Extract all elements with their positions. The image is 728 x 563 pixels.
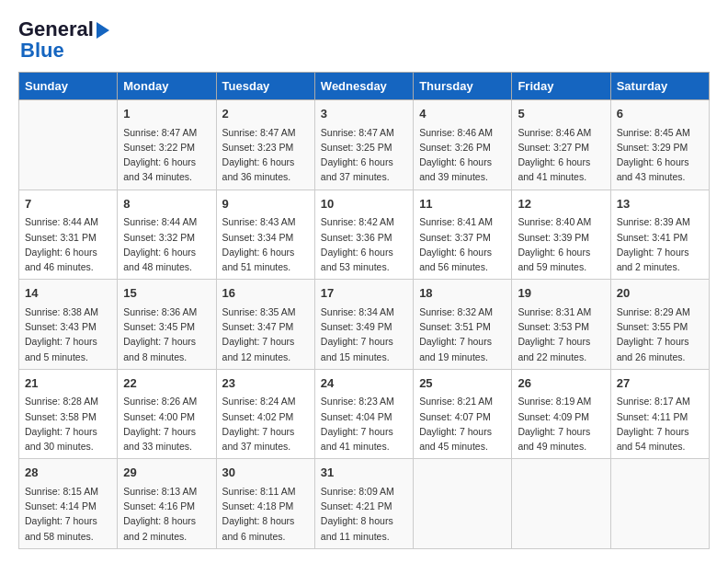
calendar-cell: 27Sunrise: 8:17 AM Sunset: 4:11 PM Dayli…	[610, 369, 709, 459]
week-row-1: 1Sunrise: 8:47 AM Sunset: 3:22 PM Daylig…	[19, 100, 710, 190]
week-row-4: 21Sunrise: 8:28 AM Sunset: 3:58 PM Dayli…	[19, 369, 710, 459]
day-number: 13	[617, 195, 703, 213]
day-info: Sunrise: 8:38 AM Sunset: 3:43 PM Dayligh…	[25, 304, 111, 364]
day-number: 19	[518, 284, 604, 303]
calendar-cell: 16Sunrise: 8:35 AM Sunset: 3:47 PM Dayli…	[216, 280, 314, 370]
day-number: 3	[321, 105, 407, 123]
day-info: Sunrise: 8:28 AM Sunset: 3:58 PM Dayligh…	[25, 394, 111, 454]
day-info: Sunrise: 8:39 AM Sunset: 3:41 PM Dayligh…	[617, 214, 703, 274]
day-number: 8	[123, 195, 210, 213]
day-number: 18	[419, 284, 506, 303]
week-row-2: 7Sunrise: 8:44 AM Sunset: 3:31 PM Daylig…	[19, 190, 710, 280]
calendar-cell: 10Sunrise: 8:42 AM Sunset: 3:36 PM Dayli…	[314, 190, 413, 280]
calendar-body: 1Sunrise: 8:47 AM Sunset: 3:22 PM Daylig…	[19, 100, 710, 549]
day-number: 23	[222, 374, 309, 393]
calendar-cell: 19Sunrise: 8:31 AM Sunset: 3:53 PM Dayli…	[512, 280, 610, 370]
day-number: 6	[617, 105, 703, 123]
dow-sunday: Sunday	[19, 73, 118, 100]
calendar-cell: 18Sunrise: 8:32 AM Sunset: 3:51 PM Dayli…	[414, 280, 512, 370]
day-number: 16	[222, 284, 309, 303]
calendar-cell: 30Sunrise: 8:11 AM Sunset: 4:18 PM Dayli…	[216, 459, 314, 549]
dow-tuesday: Tuesday	[216, 73, 314, 100]
calendar-cell: 15Sunrise: 8:36 AM Sunset: 3:45 PM Dayli…	[118, 280, 216, 370]
day-info: Sunrise: 8:21 AM Sunset: 4:07 PM Dayligh…	[419, 394, 506, 454]
day-info: Sunrise: 8:47 AM Sunset: 3:23 PM Dayligh…	[222, 125, 309, 185]
logo: General Blue	[18, 18, 109, 63]
day-info: Sunrise: 8:44 AM Sunset: 3:31 PM Dayligh…	[25, 214, 111, 274]
calendar-cell: 13Sunrise: 8:39 AM Sunset: 3:41 PM Dayli…	[610, 190, 709, 280]
day-info: Sunrise: 8:32 AM Sunset: 3:51 PM Dayligh…	[419, 304, 506, 364]
day-info: Sunrise: 8:23 AM Sunset: 4:04 PM Dayligh…	[321, 394, 407, 454]
day-number: 25	[419, 374, 506, 393]
calendar-cell: 14Sunrise: 8:38 AM Sunset: 3:43 PM Dayli…	[19, 280, 118, 370]
day-number: 24	[321, 374, 407, 393]
day-number: 4	[419, 105, 506, 123]
calendar-table: SundayMondayTuesdayWednesdayThursdayFrid…	[18, 72, 710, 549]
calendar-cell	[610, 459, 709, 549]
dow-saturday: Saturday	[610, 73, 709, 100]
calendar-cell: 12Sunrise: 8:40 AM Sunset: 3:39 PM Dayli…	[512, 190, 610, 280]
day-number: 5	[518, 105, 604, 123]
day-info: Sunrise: 8:47 AM Sunset: 3:25 PM Dayligh…	[321, 125, 407, 185]
calendar-cell: 24Sunrise: 8:23 AM Sunset: 4:04 PM Dayli…	[314, 369, 413, 459]
calendar-cell: 2Sunrise: 8:47 AM Sunset: 3:23 PM Daylig…	[216, 100, 314, 190]
day-number: 10	[321, 195, 407, 213]
day-number: 12	[518, 195, 604, 213]
calendar-cell: 31Sunrise: 8:09 AM Sunset: 4:21 PM Dayli…	[314, 459, 413, 549]
calendar-cell: 5Sunrise: 8:46 AM Sunset: 3:27 PM Daylig…	[512, 100, 610, 190]
logo-blue-text: Blue	[18, 39, 64, 63]
day-info: Sunrise: 8:46 AM Sunset: 3:27 PM Dayligh…	[518, 125, 604, 185]
day-number: 31	[321, 464, 407, 482]
day-info: Sunrise: 8:11 AM Sunset: 4:18 PM Dayligh…	[222, 484, 309, 544]
logo-arrow-icon	[97, 22, 109, 39]
week-row-3: 14Sunrise: 8:38 AM Sunset: 3:43 PM Dayli…	[19, 280, 710, 370]
day-info: Sunrise: 8:42 AM Sunset: 3:36 PM Dayligh…	[321, 214, 407, 274]
day-info: Sunrise: 8:35 AM Sunset: 3:47 PM Dayligh…	[222, 304, 309, 364]
day-number: 2	[222, 105, 309, 123]
calendar-cell: 28Sunrise: 8:15 AM Sunset: 4:14 PM Dayli…	[19, 459, 118, 549]
day-info: Sunrise: 8:26 AM Sunset: 4:00 PM Dayligh…	[123, 394, 210, 454]
calendar-cell: 11Sunrise: 8:41 AM Sunset: 3:37 PM Dayli…	[414, 190, 512, 280]
calendar-cell: 17Sunrise: 8:34 AM Sunset: 3:49 PM Dayli…	[314, 280, 413, 370]
dow-friday: Friday	[512, 73, 610, 100]
days-of-week-header: SundayMondayTuesdayWednesdayThursdayFrid…	[19, 73, 710, 100]
calendar-cell: 7Sunrise: 8:44 AM Sunset: 3:31 PM Daylig…	[19, 190, 118, 280]
calendar-cell: 23Sunrise: 8:24 AM Sunset: 4:02 PM Dayli…	[216, 369, 314, 459]
day-info: Sunrise: 8:40 AM Sunset: 3:39 PM Dayligh…	[518, 214, 604, 274]
day-info: Sunrise: 8:43 AM Sunset: 3:34 PM Dayligh…	[222, 214, 309, 274]
day-info: Sunrise: 8:45 AM Sunset: 3:29 PM Dayligh…	[617, 125, 703, 185]
day-info: Sunrise: 8:13 AM Sunset: 4:16 PM Dayligh…	[123, 484, 210, 544]
calendar-cell: 8Sunrise: 8:44 AM Sunset: 3:32 PM Daylig…	[118, 190, 216, 280]
day-number: 17	[321, 284, 407, 303]
day-number: 15	[123, 284, 210, 303]
calendar-cell: 9Sunrise: 8:43 AM Sunset: 3:34 PM Daylig…	[216, 190, 314, 280]
day-info: Sunrise: 8:34 AM Sunset: 3:49 PM Dayligh…	[321, 304, 407, 364]
calendar-cell: 3Sunrise: 8:47 AM Sunset: 3:25 PM Daylig…	[314, 100, 413, 190]
calendar-cell	[19, 100, 118, 190]
day-number: 9	[222, 195, 309, 213]
calendar-cell: 6Sunrise: 8:45 AM Sunset: 3:29 PM Daylig…	[610, 100, 709, 190]
calendar-cell: 29Sunrise: 8:13 AM Sunset: 4:16 PM Dayli…	[118, 459, 216, 549]
day-number: 7	[25, 195, 111, 213]
calendar-cell	[512, 459, 610, 549]
day-info: Sunrise: 8:24 AM Sunset: 4:02 PM Dayligh…	[222, 394, 309, 454]
calendar-cell: 21Sunrise: 8:28 AM Sunset: 3:58 PM Dayli…	[19, 369, 118, 459]
calendar-cell: 25Sunrise: 8:21 AM Sunset: 4:07 PM Dayli…	[414, 369, 512, 459]
day-info: Sunrise: 8:44 AM Sunset: 3:32 PM Dayligh…	[123, 214, 210, 274]
day-number: 11	[419, 195, 506, 213]
day-number: 14	[25, 284, 111, 303]
dow-monday: Monday	[118, 73, 216, 100]
day-number: 26	[518, 374, 604, 393]
day-info: Sunrise: 8:17 AM Sunset: 4:11 PM Dayligh…	[617, 394, 703, 454]
day-number: 21	[25, 374, 111, 393]
calendar-cell: 26Sunrise: 8:19 AM Sunset: 4:09 PM Dayli…	[512, 369, 610, 459]
day-info: Sunrise: 8:31 AM Sunset: 3:53 PM Dayligh…	[518, 304, 604, 364]
day-info: Sunrise: 8:47 AM Sunset: 3:22 PM Dayligh…	[123, 125, 210, 185]
calendar-cell: 20Sunrise: 8:29 AM Sunset: 3:55 PM Dayli…	[610, 280, 709, 370]
day-number: 27	[617, 374, 703, 393]
calendar-cell: 4Sunrise: 8:46 AM Sunset: 3:26 PM Daylig…	[414, 100, 512, 190]
dow-thursday: Thursday	[414, 73, 512, 100]
logo-text: General	[18, 18, 94, 40]
calendar-cell: 22Sunrise: 8:26 AM Sunset: 4:00 PM Dayli…	[118, 369, 216, 459]
week-row-5: 28Sunrise: 8:15 AM Sunset: 4:14 PM Dayli…	[19, 459, 710, 549]
